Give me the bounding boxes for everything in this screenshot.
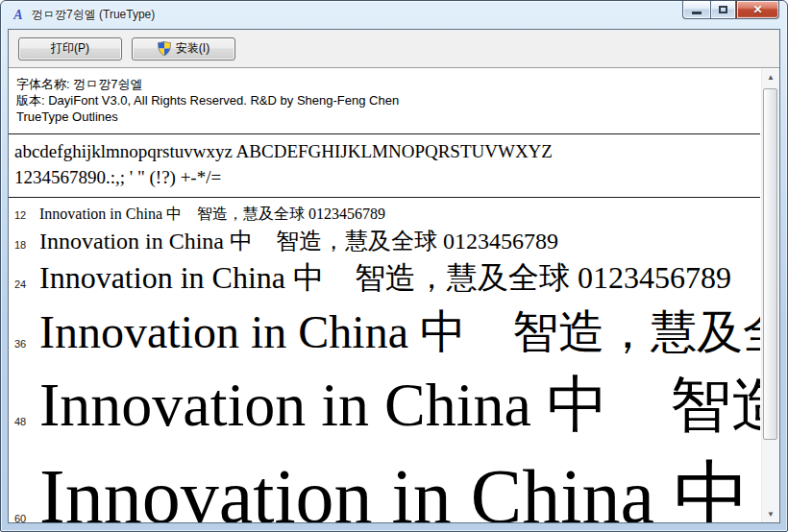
- character-set-sample: abcdefghijklmnopqrstuvwxyz ABCDEFGHIJKLM…: [9, 134, 760, 197]
- scrollbar-thumb[interactable]: [763, 88, 777, 440]
- font-outline-line: TrueType Outlines: [16, 109, 752, 125]
- sample-row-24: 24 Innovation in China 中 智造，慧及全球 0123456…: [9, 254, 760, 296]
- sample-text: Innovation in China 中 智造，慧及全球 0123456789: [39, 452, 760, 522]
- sample-text: Innovation in China 中 智造，慧及全球 0123456789: [39, 305, 760, 358]
- minimize-icon: [692, 12, 702, 14]
- install-button[interactable]: 安装(I): [132, 37, 235, 60]
- font-info-block: 字体名称: 껑ㅁ깡7슁엘 版本: DayiFont V3.0, All Righ…: [9, 69, 760, 133]
- print-button-label: 打印(P): [51, 40, 89, 57]
- sample-row-60: 60 Innovation in China 中 智造，慧及全球 0123456…: [9, 441, 760, 522]
- sample-text: Innovation in China 中 智造，慧及全球 0123456789: [39, 229, 558, 255]
- sample-row-36: 36 Innovation in China 中 智造，慧及全球 0123456…: [9, 296, 760, 358]
- font-viewer-icon: A: [11, 8, 26, 23]
- sample-row-48: 48 Innovation in China 中 智造，慧及全球 0123456…: [9, 358, 760, 441]
- toolbar: 打印(P) 安装(I): [9, 30, 779, 68]
- maximize-button[interactable]: [710, 1, 736, 19]
- sample-size-label: 18: [14, 239, 39, 251]
- sample-text: Innovation in China 中 智造，慧及全球 0123456789: [39, 370, 760, 441]
- uac-shield-icon: [158, 41, 171, 56]
- scroll-up-button[interactable]: ▲: [762, 69, 779, 85]
- font-viewer-window: A 껑ㅁ깡7슁엘 (TrueType) ✕ 打印(P): [0, 0, 788, 532]
- sample-size-label: 48: [14, 416, 39, 427]
- caption-buttons: ✕: [682, 1, 779, 19]
- sample-row-18: 18 Innovation in China 中 智造，慧及全球 0123456…: [9, 224, 760, 255]
- preview-content: 字体名称: 껑ㅁ깡7슁엘 版本: DayiFont V3.0, All Righ…: [9, 69, 760, 522]
- sample-row-12: 12 Innovation in China 中 智造，慧及全球 0123456…: [9, 198, 760, 223]
- charset-digits-line: 1234567890.:,; ' " (!?) +-*/=: [14, 165, 754, 191]
- close-button[interactable]: ✕: [736, 1, 779, 19]
- scroll-up-icon: ▲: [767, 73, 775, 82]
- vertical-scrollbar[interactable]: ▲ ▼: [761, 69, 779, 522]
- minimize-button[interactable]: [682, 1, 710, 19]
- window-title: 껑ㅁ깡7슁엘 (TrueType): [32, 7, 155, 23]
- install-button-label: 安装(I): [176, 40, 209, 57]
- sample-size-label: 36: [14, 338, 39, 350]
- titlebar: A 껑ㅁ깡7슁엘 (TrueType) ✕: [1, 1, 787, 29]
- close-icon: ✕: [752, 3, 762, 16]
- font-version-line: 版本: DayiFont V3.0, All Rights Reserved. …: [16, 92, 752, 109]
- maximize-icon: [719, 6, 727, 13]
- sample-size-label: 12: [14, 209, 39, 221]
- font-preview-pane: 字体名称: 껑ㅁ깡7슁엘 版本: DayiFont V3.0, All Righ…: [9, 69, 779, 522]
- charset-letters-line: abcdefghijklmnopqrstuvwxyz ABCDEFGHIJKLM…: [14, 139, 754, 165]
- scroll-down-button[interactable]: ▼: [762, 506, 779, 522]
- client-area: 打印(P) 安装(I) 字体名称: 껑: [8, 29, 780, 523]
- sample-size-label: 60: [14, 513, 39, 522]
- sample-text: Innovation in China 中 智造，慧及全球 0123456789: [39, 260, 731, 296]
- font-name-line: 字体名称: 껑ㅁ깡7슁엘: [16, 76, 752, 92]
- sample-size-label: 24: [14, 278, 39, 290]
- print-button[interactable]: 打印(P): [18, 37, 122, 60]
- scroll-down-icon: ▼: [767, 510, 775, 519]
- sample-text: Innovation in China 中 智造，慧及全球 0123456789: [39, 206, 385, 223]
